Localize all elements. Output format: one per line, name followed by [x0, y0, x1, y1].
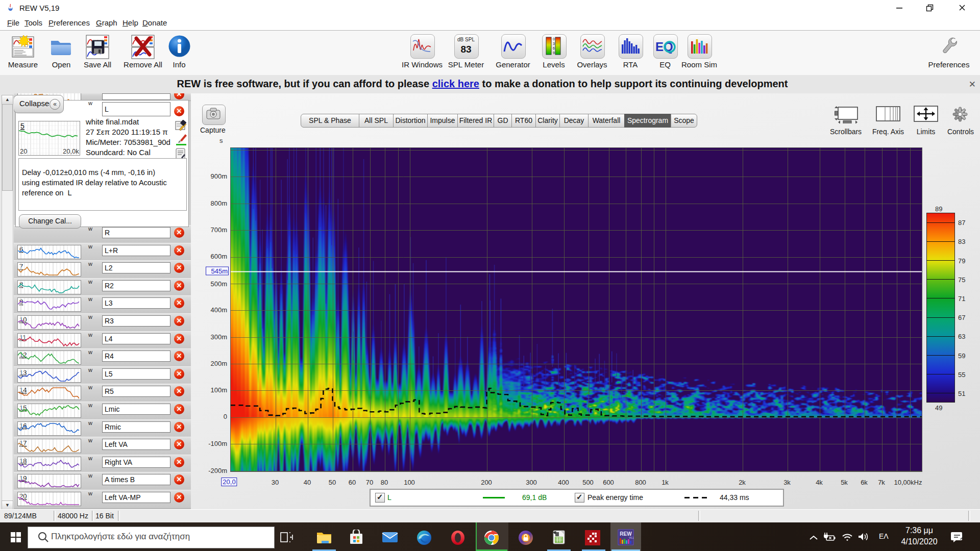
- svg-text:13: 13: [19, 369, 27, 377]
- svg-text:REW: REW: [620, 531, 632, 537]
- svg-text:V5.1: V5.1: [629, 537, 634, 539]
- svg-text:16: 16: [19, 422, 27, 430]
- svg-text:dB SPL: dB SPL: [457, 37, 475, 42]
- svg-text:20: 20: [19, 492, 27, 500]
- svg-text:20,0k: 20,0k: [63, 147, 79, 155]
- svg-text:6: 6: [553, 46, 555, 50]
- svg-text:83: 83: [460, 44, 471, 55]
- svg-text:3: 3: [553, 42, 555, 45]
- svg-text:9: 9: [553, 51, 555, 55]
- svg-text:5: 5: [20, 122, 24, 130]
- svg-text:20: 20: [20, 147, 27, 155]
- svg-text:18: 18: [19, 457, 27, 465]
- svg-text:0: 0: [553, 37, 555, 41]
